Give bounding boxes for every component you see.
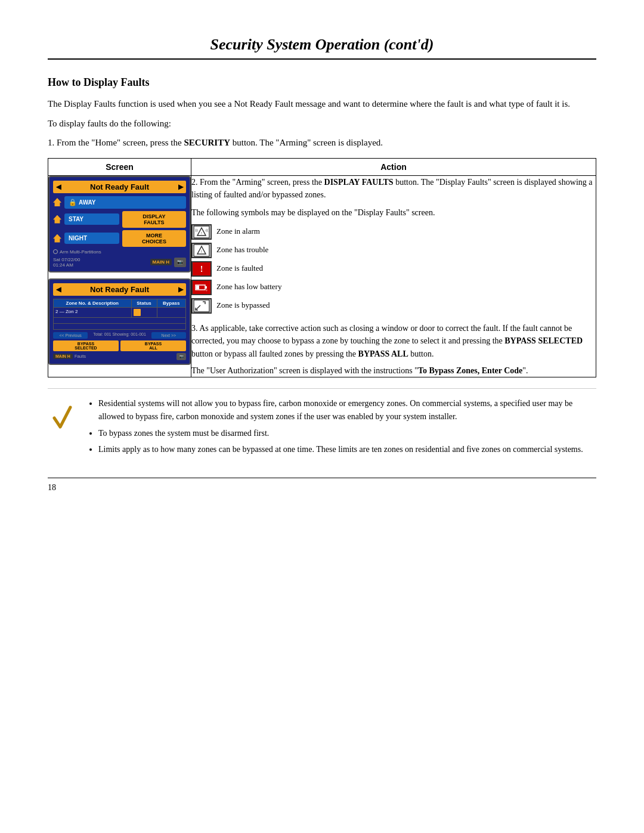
bypass-all-button[interactable]: BYPASSALL [120,340,186,351]
zone-row: 2 — Zon 2 [54,307,186,317]
col-bypass: Bypass [157,299,186,307]
bullet-1: Residential systems will not allow you t… [98,397,596,423]
bypassed-label: Zone is bypassed [216,299,270,311]
svg-text:+: + [205,287,208,293]
faults-table: Screen Action ◀ Not Ready Fault ▶ [48,158,596,378]
bypassed-icon-box [191,298,212,314]
symbols-section: ! )) (( Zone in alarm [191,224,596,314]
camera-icon-2: 📷 [177,353,186,360]
display-faults-button[interactable]: DISPLAYFAULTS [122,211,186,228]
svg-text:)): )) [195,228,198,233]
action-cell: 2. From the "Arming" screen, press the D… [191,175,596,377]
screen-header-text: Not Ready Fault [90,182,149,191]
action-3-text: 3. As applicable, take corrective action… [191,322,596,361]
checkmark-icon [48,397,75,439]
svg-text:!: ! [201,231,202,236]
faulted-label: Zone is faulted [216,262,263,274]
zone-table: Zone No. & Description Status Bypass 2 —… [53,299,186,330]
alarm-icon-box: ! )) (( [191,224,212,240]
svg-rect-13 [196,286,199,289]
prev-button[interactable]: << Previous [53,332,88,339]
display-faults-screen-mockup: ◀ Not Ready Fault ▶ Zone No. & Descripti… [48,278,191,365]
bullet-3: Limits apply as to how many zones can be… [98,443,596,456]
action-3-auth: The "User Authorization" screen is displ… [191,364,596,377]
svg-text:!: ! [201,249,202,254]
page-title: Security System Operation (cont'd) [48,36,596,60]
header-arrow-left-2: ◀ [56,286,61,293]
bypass-btn-row: BYPASSSELECTED BYPASSALL [53,340,186,351]
intro-paragraph: The Display Faults function is used when… [48,97,596,111]
faulted-icon-box: ! [191,261,212,277]
more-choices-button[interactable]: MORECHOICES [122,230,186,247]
bullets-list: Residential systems will not allow you t… [85,397,596,460]
total-showing: Total: 001 Showing: 001-001 [89,332,150,339]
zone-bypass [157,307,186,317]
instruction-line: To display faults do the following: [48,117,596,131]
svg-text:((: (( [206,228,209,233]
alarm-icon-svg: ! )) (( [193,225,210,239]
df-footer: MAIN H Faults 📷 [53,353,186,360]
main-badge-1: MAIN H [150,259,172,265]
battery-icon-box: + [191,280,212,295]
arm-multi-circle [53,249,58,254]
svg-text:!: ! [200,265,203,274]
main-badge-2: MAIN H [53,354,73,359]
page-number: 18 [48,478,596,493]
col-action-header: Action [191,158,596,175]
camera-icon: 📷 [174,258,186,267]
lock-icon: 🔒 [69,199,77,206]
empty-row-1 [54,317,186,323]
empty-row-2 [54,323,186,329]
away-button[interactable]: 🔒 AWAY [64,196,186,209]
screen-header-text-2: Not Ready Fault [90,285,149,294]
faults-label: Faults [75,354,86,358]
step1: 1. From the "Home" screen, press the SEC… [48,136,596,150]
symbol-trouble: ! Zone has trouble [191,243,596,258]
stay-row: STAY DISPLAYFAULTS [53,211,186,228]
arm-multi-partitions: Arm Multi-Partitions [53,249,186,255]
header-arrow-left: ◀ [56,183,61,191]
checkmark-svg [49,400,73,436]
note-section: Residential systems will not allow you t… [48,388,596,460]
home-icon-away [53,198,61,206]
night-button[interactable]: NIGHT [64,233,119,244]
home-icon-stay [53,215,61,224]
alarm-label: Zone in alarm [216,225,260,237]
bypassed-icon-svg [193,299,210,312]
faulted-icon-svg: ! [193,262,210,275]
zone-status-icon [134,309,141,316]
col-status: Status [131,299,157,307]
symbol-alarm: ! )) (( Zone in alarm [191,224,596,240]
night-row: NIGHT MORECHOICES [53,230,186,247]
symbol-bypassed: Zone is bypassed [191,298,596,314]
col-screen-header: Screen [48,158,191,175]
col-zone: Zone No. & Description [54,299,132,307]
symbol-battery: + Zone has low battery [191,280,596,295]
df-nav-row: << Previous Total: 001 Showing: 001-001 … [53,332,186,339]
footer-datetime: Sat 07/22/00 01:24 AM [53,257,148,268]
away-btn-row: 🔒 AWAY [53,196,186,209]
zone-label: 2 — Zon 2 [54,307,132,317]
screen-cell-1: ◀ Not Ready Fault ▶ 🔒 AWAY [48,175,191,377]
stay-button[interactable]: STAY [64,213,119,225]
battery-label: Zone has low battery [216,281,281,293]
next-button[interactable]: Next >> [151,332,186,339]
trouble-icon-svg: ! [193,244,210,257]
battery-icon-svg: + [193,281,210,294]
zone-status [131,307,157,317]
trouble-label: Zone has trouble [216,244,268,256]
action-2-text: 2. From the "Arming" screen, press the D… [191,176,596,202]
home-icon-night [53,234,61,243]
screen-header-1: ◀ Not Ready Fault ▶ [53,181,186,193]
symbol-faulted: ! Zone is faulted [191,261,596,277]
screen-header-2: ◀ Not Ready Fault ▶ [53,283,186,296]
bypass-selected-button[interactable]: BYPASSSELECTED [53,340,119,351]
symbols-intro: The following symbols may be displayed o… [191,206,596,219]
trouble-icon-box: ! [191,243,212,258]
bullet-2: To bypass zones the system must be disar… [98,427,596,440]
section-heading: How to Display Faults [48,76,596,89]
screen-footer-1: Sat 07/22/00 01:24 AM MAIN H 📷 [53,257,186,268]
header-arrow-right-2: ▶ [178,286,183,293]
arming-screen-mockup: ◀ Not Ready Fault ▶ 🔒 AWAY [48,176,191,272]
header-arrow-right: ▶ [178,183,183,191]
